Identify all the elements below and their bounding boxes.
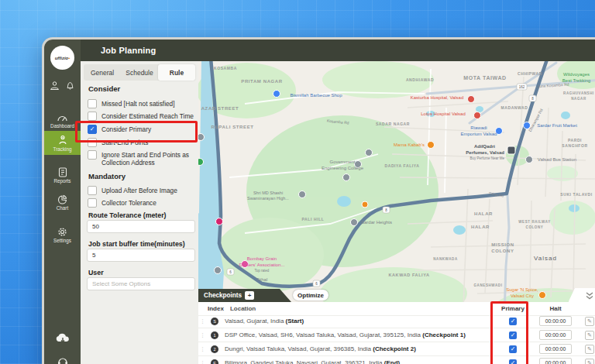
edit-halt-icon[interactable]: ✎ [585, 345, 594, 354]
checkbox[interactable] [88, 186, 97, 195]
primary-checkbox[interactable] [509, 331, 517, 339]
checkbox[interactable] [88, 99, 97, 108]
drag-handle[interactable]: ⋮ [198, 332, 206, 338]
table-row[interactable]: ⋮ S Valsad, Gujarat, India (Start) 00:00… [198, 314, 595, 328]
svg-text:GANESHWADI: GANESHWADI [473, 283, 502, 287]
option-ignore-start-end[interactable]: Ignore Start and End Points as Collectio… [88, 150, 195, 167]
sidebar-item-chart[interactable]: Chart [44, 194, 81, 211]
option-collector-tolerance[interactable]: Collector Tolerance [88, 198, 195, 208]
sidebar-label: Reports [44, 178, 81, 184]
halt-time-input[interactable]: 00:00:00 [539, 344, 572, 354]
sidebar-item-tracking[interactable]: Tracking [44, 131, 81, 155]
svg-text:CHHIPWAD: CHHIPWAD [518, 71, 542, 76]
option-consider-primary[interactable]: Consider Primary [88, 125, 195, 134]
drag-handle[interactable]: ⋮ [198, 360, 206, 364]
edit-halt-icon[interactable]: ✎ [585, 331, 594, 340]
user-icon[interactable] [50, 80, 60, 94]
optimize-button[interactable]: Optimize [293, 290, 328, 300]
svg-text:AdilQadri: AdilQadri [474, 144, 495, 149]
map[interactable]: 162 8 8 6 6 [198, 61, 595, 364]
index-badge: E [211, 359, 218, 364]
col-halt: Halt [535, 305, 576, 312]
poi-sugar-n-spice[interactable] [539, 292, 546, 299]
poi-mama-kababs[interactable] [428, 142, 435, 149]
halt-time-input[interactable]: 00:00:00 [539, 330, 572, 340]
poi-spa[interactable] [215, 267, 222, 274]
route-tolerance-input[interactable]: 50 [87, 220, 195, 233]
poi-sardar-heights[interactable] [351, 219, 358, 226]
svg-text:Valsad Bus Station: Valsad Bus Station [538, 157, 576, 162]
primary-checkbox[interactable] [509, 318, 517, 325]
poi-orange[interactable] [362, 201, 368, 208]
tab-general[interactable]: General [84, 64, 121, 81]
svg-text:Wildvoyages: Wildvoyages [563, 72, 590, 77]
option-upload-image[interactable]: Upload After Before Image [88, 186, 195, 195]
poi-bismillah[interactable] [273, 91, 280, 98]
option-missed[interactable]: Missed [Halt not satisfied] [88, 99, 195, 108]
svg-text:Kasturba Hospital, Valsad: Kasturba Hospital, Valsad [411, 95, 464, 100]
checkbox[interactable] [88, 125, 97, 134]
sidebar-label: Settings [44, 238, 81, 243]
user-select-input[interactable]: Select Some Options [87, 277, 195, 290]
table-row[interactable]: ⋮ 2 Dungri, Valsad Taluka, Valsad, Gujar… [198, 342, 595, 356]
edit-halt-icon[interactable]: ✎ [585, 359, 594, 364]
headset-icon[interactable] [44, 355, 81, 364]
svg-text:Engineering College: Engineering College [322, 166, 364, 170]
drag-handle[interactable]: ⋮ [198, 318, 206, 325]
poi-school[interactable] [299, 191, 306, 198]
poi-gray-edge[interactable] [198, 134, 205, 141]
tab-rule[interactable]: Rule [158, 64, 195, 81]
svg-text:KAKWAD FALIYA: KAKWAD FALIYA [388, 273, 429, 277]
sidebar-item-dashboard[interactable]: Dashboard [44, 113, 81, 129]
option-start-end-points[interactable]: Start-End Points [88, 138, 195, 147]
primary-checkbox[interactable] [509, 359, 517, 364]
sidebar-item-settings[interactable]: Settings [44, 227, 81, 243]
halt-time-input[interactable]: 00:00:00 [539, 316, 572, 326]
checkbox[interactable] [88, 112, 97, 121]
table-row[interactable]: ⋮ 1 DSP Office, Valsad, SH6, Valsad Talu… [198, 328, 595, 342]
poi-kasturba-hospital[interactable] [468, 96, 475, 103]
poi-gray-1[interactable] [366, 149, 373, 156]
poi-green-edge[interactable] [198, 159, 204, 166]
checkbox[interactable] [88, 150, 97, 160]
svg-text:Government: Government [329, 160, 355, 164]
edit-halt-icon[interactable]: ✎ [585, 317, 594, 326]
poi-gray-3[interactable] [343, 174, 350, 181]
poi-lotus-hospital[interactable] [474, 112, 481, 119]
col-location: Location [230, 305, 490, 312]
sidebar: uffizio• Dashboard Tracking Reports Char… [44, 39, 81, 364]
svg-text:Valsad City: Valsad City [511, 294, 534, 298]
svg-text:PARDI: PARDI [568, 138, 582, 143]
svg-text:Tithal: Tithal [256, 277, 267, 282]
add-checkpoint-button[interactable]: + [245, 291, 254, 300]
checkpoints-bar: Checkpoints + [198, 289, 291, 302]
option-estimated-reach[interactable]: Consider Estimated Reach Time [88, 112, 195, 121]
poi-adilqadri-building[interactable] [507, 146, 515, 154]
bell-icon[interactable] [65, 80, 75, 94]
sidebar-item-reports[interactable]: Reports [44, 167, 81, 184]
svg-text:COLONY: COLONY [526, 225, 544, 229]
table-row[interactable]: ⋮ E Bilimora, Gandevi Taluka, Navsari, G… [198, 356, 595, 364]
tab-schedule[interactable]: Schedule [121, 64, 158, 81]
panel-header: Job Planning [81, 39, 595, 61]
drag-handle[interactable]: ⋮ [198, 346, 206, 352]
checkbox[interactable] [88, 138, 97, 147]
halt-time-input[interactable]: 00:00:00 [539, 358, 572, 364]
checkbox[interactable] [88, 198, 97, 208]
svg-text:WEST RAILWAY: WEST RAILWAY [518, 220, 551, 224]
svg-text:NANKWADA: NANKWADA [433, 257, 458, 261]
poi-pink-pin[interactable] [216, 218, 223, 225]
poi-valsad-bus-station[interactable] [526, 156, 533, 163]
svg-text:Sardar Heights: Sardar Heights [361, 220, 392, 225]
buffer-time-input[interactable]: 5 [87, 249, 195, 262]
svg-text:Swaminarayan High...: Swaminarayan High... [247, 196, 289, 201]
svg-text:Dealers' Association...: Dealers' Association... [239, 263, 285, 267]
cloud-download-icon[interactable] [44, 332, 81, 344]
uffizio-logo[interactable]: uffizio• [50, 46, 74, 70]
svg-text:Lotus Hospital Valsad: Lotus Hospital Valsad [421, 112, 466, 116]
svg-text:DADIYA FALIYA: DADIYA FALIYA [384, 163, 419, 168]
svg-text:Bombay Grain: Bombay Grain [247, 256, 277, 261]
mandatory-heading: Mandatory [88, 172, 126, 180]
primary-checkbox[interactable] [509, 345, 517, 353]
svg-text:SADAR NAGAR: SADAR NAGAR [376, 122, 410, 126]
